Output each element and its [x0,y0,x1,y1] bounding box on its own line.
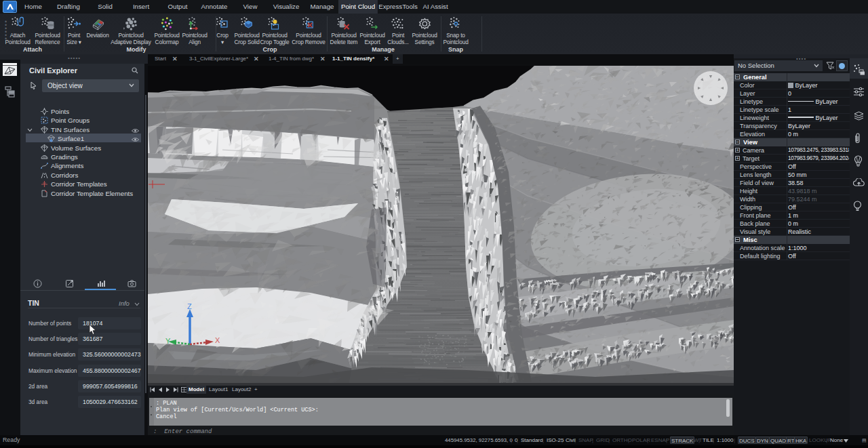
svg-text:Y: Y [165,337,171,345]
svg-text:Z: Z [187,302,192,310]
svg-text:X: X [215,336,220,344]
